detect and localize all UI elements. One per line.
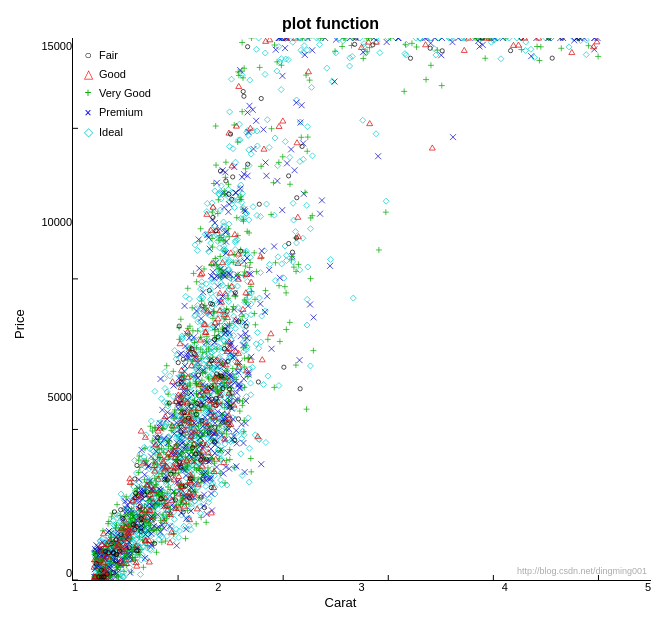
premium-symbol: × — [81, 104, 95, 123]
legend: ○ Fair △ Good + Very Good × — [81, 46, 151, 142]
fair-symbol: ○ — [81, 46, 95, 65]
plot-box: ○ Fair △ Good + Very Good × — [72, 38, 651, 581]
y-ticks: 15000 10000 5000 0 — [30, 38, 72, 581]
ideal-label: Ideal — [99, 124, 123, 142]
ideal-symbol: ◇ — [81, 123, 95, 142]
legend-item-good: △ Good — [81, 65, 151, 84]
y-axis-label: Price — [10, 38, 28, 610]
legend-item-premium: × Premium — [81, 104, 151, 123]
fair-label: Fair — [99, 47, 118, 65]
chart-inner: 15000 10000 5000 0 ○ Fair △ Good — [30, 38, 651, 610]
verygood-label: Very Good — [99, 85, 151, 103]
watermark: http://blog.csdn.net/dingming001 — [517, 566, 647, 576]
chart-area: Price 15000 10000 5000 0 ○ Fair — [10, 38, 651, 610]
legend-item-ideal: ◇ Ideal — [81, 123, 151, 142]
chart-title: plot function — [282, 15, 379, 33]
scatter-canvas — [73, 38, 651, 580]
good-label: Good — [99, 66, 126, 84]
premium-label: Premium — [99, 104, 143, 122]
legend-item-fair: ○ Fair — [81, 46, 151, 65]
page-container: plot function Price 15000 10000 5000 0 ○… — [0, 0, 661, 620]
x-ticks: 1 2 3 4 5 — [72, 581, 651, 593]
plot-and-yaxis: 15000 10000 5000 0 ○ Fair △ Good — [30, 38, 651, 581]
good-symbol: △ — [81, 65, 95, 84]
verygood-symbol: + — [81, 84, 95, 103]
x-axis-label: Carat — [30, 595, 651, 610]
legend-item-verygood: + Very Good — [81, 84, 151, 103]
